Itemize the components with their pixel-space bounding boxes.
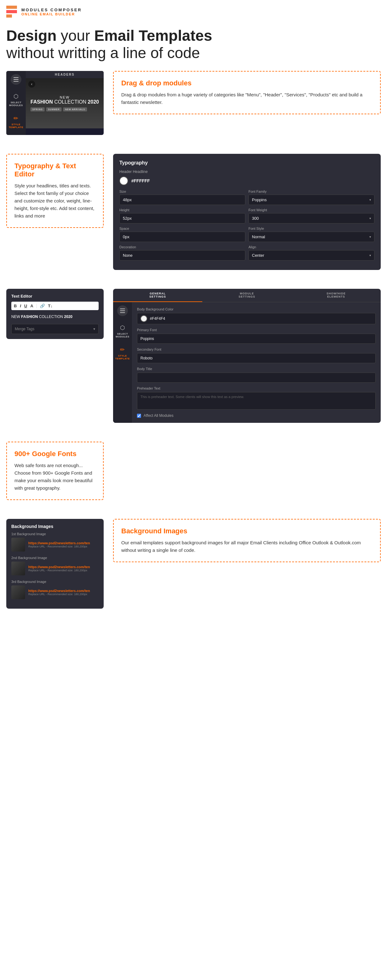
- settings-tabs: GENERALSETTINGS MODULESETTINGS SHOW/HIDE…: [113, 289, 381, 302]
- font-weight-value: 300: [252, 216, 259, 221]
- space-value: 0px: [123, 234, 129, 239]
- font-family-value: Poppins: [252, 197, 267, 202]
- affect-all-checkbox[interactable]: [137, 414, 141, 418]
- primary-font-field[interactable]: Poppins: [137, 334, 376, 344]
- font-style-select[interactable]: Normal ▾: [248, 232, 374, 242]
- app-sidebar-area: ⬡ SELECTMODULES ✏ STYLETEMPLATE HEADERS …: [6, 71, 104, 135]
- section-typography: Typography & Text Editor Style your head…: [0, 154, 387, 270]
- typography-feature-col: Typography & Text Editor Style your head…: [6, 154, 104, 228]
- hamburger-icon[interactable]: [11, 74, 21, 85]
- settings-sidebar: ⬡ SELECTMODULES ✏ STYLETEMPLATE: [113, 302, 132, 423]
- secondary-font-field[interactable]: Roboto: [137, 353, 376, 363]
- secondary-font-value: Roboto: [140, 356, 153, 360]
- google-fonts-col: 900+ Google Fonts Web safe fonts are not…: [6, 442, 104, 500]
- settings-body: ⬡ SELECTMODULES ✏ STYLETEMPLATE Body Bac…: [113, 302, 381, 423]
- typography-panel-title: Typography: [119, 160, 374, 166]
- tab-show-hide-elements[interactable]: SHOW/HIDEELEMENTS: [291, 289, 381, 302]
- size-label: Size: [119, 189, 245, 193]
- font-family-select[interactable]: Poppins ▾: [248, 195, 374, 205]
- drag-drop-body: Drag & drop modules from a huge variety …: [121, 91, 373, 106]
- google-fonts-box: 900+ Google Fonts Web safe fonts are not…: [6, 442, 104, 500]
- settings-sidebar-select-modules[interactable]: ⬡ SELECTMODULES: [114, 321, 131, 341]
- bg-feature-body: Our email templates support background i…: [121, 539, 373, 554]
- app-content-area: HEADERS ‹ NEW FASHION COLLECTION 2020: [26, 71, 104, 135]
- decoration-label: Decoration: [119, 245, 245, 249]
- bg-thumb-1: [11, 538, 25, 552]
- settings-modules-icon: ⬡: [120, 324, 125, 331]
- body-bg-color-field[interactable]: #F4F4F4: [137, 313, 376, 324]
- tab-general-settings[interactable]: GENERALSETTINGS: [113, 289, 202, 302]
- preheader-label: Preheader Text: [137, 387, 376, 390]
- back-button[interactable]: ‹: [28, 81, 35, 88]
- preheader-input[interactable]: This is preheader text. Some clients wil…: [137, 392, 376, 410]
- fashion-image: ‹ NEW FASHION COLLECTION 2020 SPRING SUM…: [26, 78, 104, 128]
- section-bg-images: Background Images 1st Background Image h…: [0, 509, 387, 609]
- tab-module-settings[interactable]: MODULESETTINGS: [202, 289, 291, 302]
- settings-content-area: Body Background Color #F4F4F4 Primary Fo…: [132, 302, 381, 423]
- body-title-input[interactable]: [137, 372, 376, 383]
- body-bg-color-value: #F4F4F4: [150, 317, 165, 321]
- sidebar-style-template-label: STYLETEMPLATE: [9, 123, 24, 129]
- font-style-label: Font Style: [248, 227, 374, 231]
- logo-subtitle: ONLINE EMAIL BUILDER: [21, 12, 82, 16]
- size-value: 48px: [123, 197, 132, 202]
- affect-all-row: Affect All Modules: [137, 414, 376, 418]
- space-field: Space 0px: [119, 227, 245, 242]
- header-headline-label: Header Headline: [119, 170, 374, 174]
- decoration-select[interactable]: None: [119, 250, 245, 261]
- hero-heading: Design your Email Templates without writ…: [6, 27, 381, 62]
- merge-tags-arrow: ▾: [93, 327, 95, 331]
- google-fonts-body: Web safe fonts are not enough... Choose …: [14, 462, 96, 492]
- merge-tags-dropdown[interactable]: Merge Tags ▾: [11, 324, 99, 334]
- align-field: Align Center ▾: [248, 245, 374, 261]
- toolbar-separator: [37, 304, 37, 308]
- settings-hamburger-icon[interactable]: [117, 305, 128, 316]
- size-field: Size 48px: [119, 189, 245, 205]
- bg-feature-box: Background Images Our email templates su…: [113, 519, 381, 562]
- fashion-btn-spring: SPRING: [30, 107, 45, 111]
- bg-item-2-label: 2nd Background Image: [11, 556, 99, 560]
- fashion-buttons: SPRING SUMMER NEW ARRIVALS: [30, 107, 99, 111]
- text-editor-col: Text Editor B I U A 🔗 T↓ NEW FASHION COL…: [6, 289, 104, 339]
- bg-url-1[interactable]: https://www.psd2newsletters.com/ten: [28, 541, 90, 545]
- body-title-label: Body Title: [137, 367, 376, 371]
- bg-thumb-2: [11, 562, 25, 575]
- sidebar-item-select-modules[interactable]: ⬡ SELECTMODULES: [7, 90, 25, 110]
- drag-drop-feature-box: Drag & drop modules Drag & drop modules …: [113, 71, 381, 114]
- chevron-down-icon: ▾: [369, 198, 371, 202]
- chevron-down-icon-2: ▾: [369, 216, 371, 220]
- modules-icon: ⬡: [13, 93, 19, 100]
- text-size-button[interactable]: T↓: [48, 304, 53, 308]
- space-select[interactable]: 0px: [119, 232, 245, 242]
- font-weight-select[interactable]: 300 ▾: [248, 213, 374, 223]
- font-style-field: Font Style Normal ▾: [248, 227, 374, 242]
- italic-button[interactable]: I: [20, 304, 21, 308]
- settings-sidebar-style-template[interactable]: ✏ STYLETEMPLATE: [113, 343, 132, 363]
- height-select[interactable]: 52px: [119, 213, 245, 223]
- text-editor-title: Text Editor: [11, 294, 99, 299]
- primary-font-label: Primary Font: [137, 328, 376, 332]
- underline-button[interactable]: U: [24, 304, 27, 308]
- sidebar-item-style-template[interactable]: ✏ STYLETEMPLATE: [7, 112, 25, 132]
- bg-url-2[interactable]: https://www.psd2newsletters.com/ten: [28, 565, 90, 569]
- color-button[interactable]: A: [30, 304, 33, 308]
- settings-style-icon: ✏: [120, 346, 125, 353]
- typography-body: Style your headlines, titles and texts. …: [14, 182, 96, 220]
- fashion-btn-new-arrivals: NEW ARRIVALS: [63, 107, 87, 111]
- decoration-field: Decoration None: [119, 245, 245, 261]
- bold-button[interactable]: B: [14, 304, 17, 308]
- body-bg-color-label: Body Background Color: [137, 307, 376, 311]
- align-label: Align: [248, 245, 374, 249]
- bg-url-3[interactable]: https://www.psd2newsletters.com/ten: [28, 589, 90, 593]
- align-select[interactable]: Center ▾: [248, 250, 374, 261]
- font-family-field: Font Family Poppins ▾: [248, 189, 374, 205]
- logo-icon: [6, 6, 17, 18]
- font-weight-label: Font Weight: [248, 208, 374, 212]
- style-icon: ✏: [13, 115, 18, 122]
- bg-hint-3: Replace URL - Recommended size: 180,200p…: [28, 593, 90, 596]
- section-google-fonts: 900+ Google Fonts Web safe fonts are not…: [0, 432, 387, 500]
- size-select[interactable]: 48px: [119, 195, 245, 205]
- bg-item-1-label: 1st Background Image: [11, 532, 99, 536]
- app-mockup: ⬡ SELECTMODULES ✏ STYLETEMPLATE HEADERS …: [6, 71, 104, 135]
- link-button[interactable]: 🔗: [40, 304, 45, 308]
